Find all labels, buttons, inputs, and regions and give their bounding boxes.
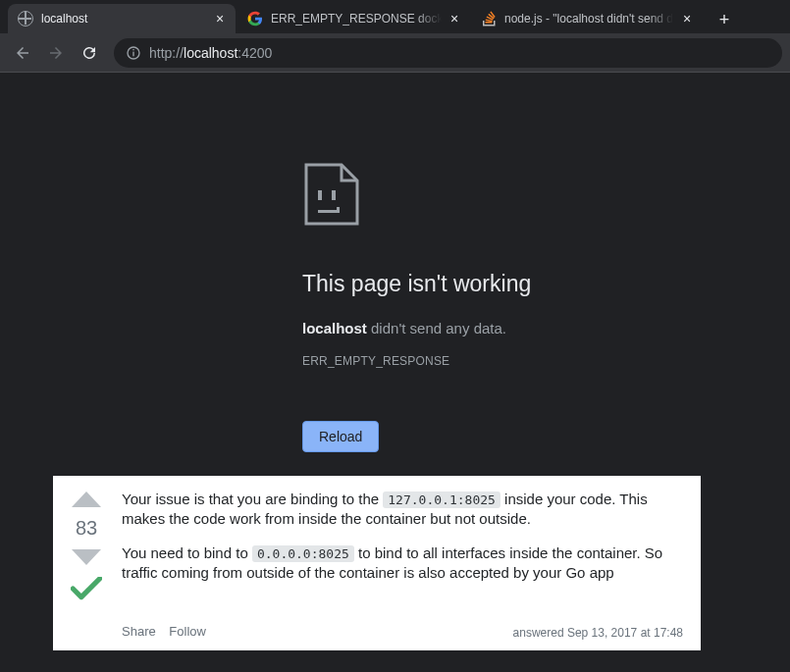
tab-title: localhost (41, 12, 206, 26)
close-icon[interactable]: × (448, 11, 461, 26)
globe-icon (18, 11, 33, 26)
vote-column: 83 (69, 490, 104, 641)
svg-rect-3 (318, 190, 322, 200)
new-tab-button[interactable]: + (711, 6, 738, 33)
vote-score: 83 (76, 515, 97, 542)
stackoverflow-icon (481, 11, 497, 26)
error-code: ERR_EMPTY_RESPONSE (302, 354, 714, 368)
back-button[interactable] (8, 38, 37, 68)
accepted-check-icon (71, 577, 102, 605)
answer-footer: Share Follow answered Sep 13, 2017 at 17… (122, 623, 683, 641)
reload-button[interactable] (75, 38, 104, 68)
error-subtext: didn't send any data. (367, 320, 506, 336)
sad-file-icon (302, 163, 714, 232)
share-link[interactable]: Share (122, 624, 156, 639)
tab-title: node.js - "localhost didn't send d (504, 12, 673, 26)
error-subtitle: localhost didn't send any data. (302, 320, 714, 336)
answer-paragraph-1: Your issue is that you are binding to th… (122, 490, 683, 530)
answer-paragraph-2: You need to bind to 0.0.0.0:8025 to bind… (122, 543, 683, 584)
tab-google-search[interactable]: ERR_EMPTY_RESPONSE docker "a × (237, 4, 469, 33)
svg-rect-5 (318, 210, 340, 213)
stackoverflow-answer: 83 Your issue is that you are binding to… (53, 476, 701, 650)
tab-localhost[interactable]: localhost × (8, 4, 236, 33)
follow-link[interactable]: Follow (169, 624, 206, 639)
toolbar: http://localhost:4200 (0, 33, 790, 73)
svg-marker-7 (72, 491, 101, 507)
svg-rect-2 (132, 49, 133, 50)
error-title: This page isn't working (302, 271, 714, 298)
svg-rect-6 (337, 207, 340, 213)
url-bar[interactable]: http://localhost:4200 (114, 38, 782, 68)
error-host: localhost (302, 320, 367, 336)
answer-actions: Share Follow (122, 623, 216, 641)
error-page: This page isn't working localhost didn't… (302, 163, 714, 452)
svg-rect-1 (132, 51, 133, 56)
answer-body: Your issue is that you are binding to th… (122, 490, 683, 641)
svg-rect-4 (332, 190, 336, 200)
upvote-button[interactable] (70, 490, 103, 509)
tab-title: ERR_EMPTY_RESPONSE docker "a (271, 12, 442, 26)
tab-stackoverflow[interactable]: node.js - "localhost didn't send d × (471, 4, 703, 33)
downvote-button[interactable] (70, 547, 103, 567)
close-icon[interactable]: × (212, 11, 228, 26)
svg-marker-8 (72, 549, 101, 565)
code-inline: 127.0.0.1:8025 (383, 491, 500, 508)
forward-button[interactable] (41, 38, 71, 68)
google-icon (247, 11, 263, 26)
url-port: :4200 (237, 45, 272, 61)
site-info-icon[interactable] (126, 45, 141, 61)
url-scheme: http:// (149, 45, 184, 61)
answer-meta: answered Sep 13, 2017 at 17:48 (513, 625, 683, 641)
close-icon[interactable]: × (679, 11, 695, 26)
code-inline: 0.0.0.0:8025 (252, 545, 354, 562)
reload-page-button[interactable]: Reload (302, 421, 379, 452)
tab-strip: localhost × ERR_EMPTY_RESPONSE docker "a… (0, 0, 790, 33)
url-host: localhost (184, 45, 237, 61)
